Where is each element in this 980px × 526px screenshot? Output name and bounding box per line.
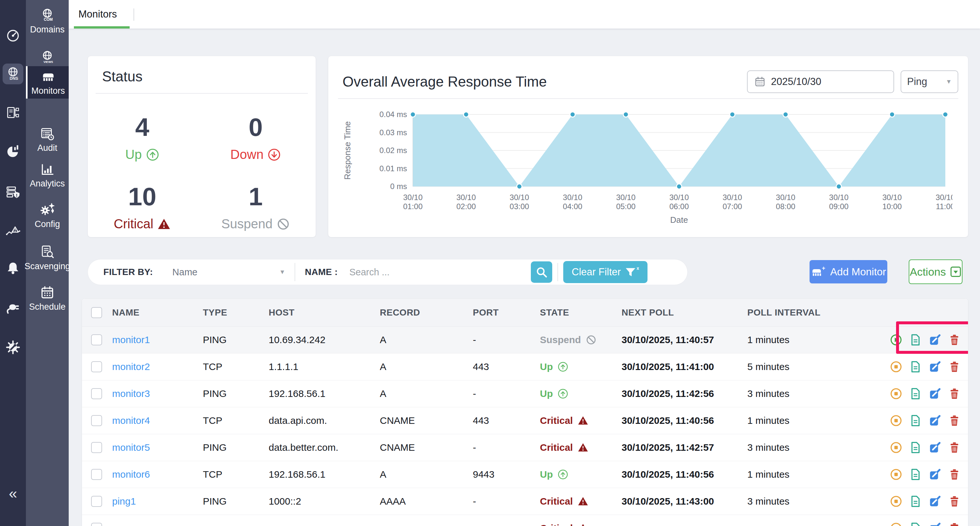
monitor-port: - [473, 496, 540, 507]
file-icon[interactable] [909, 360, 922, 373]
metric-value: 10 [128, 182, 156, 212]
edit-icon[interactable] [929, 468, 941, 481]
sidebar-item-schedule[interactable]: Schedule [26, 284, 69, 313]
pie-chart-icon[interactable] [5, 144, 21, 159]
audit-log-icon [40, 126, 55, 141]
trash-icon[interactable] [948, 522, 961, 526]
monitor-port: - [473, 334, 540, 345]
sidebar-item-scavenging[interactable]: Scavenging [26, 243, 69, 273]
play-icon[interactable] [890, 334, 902, 346]
file-icon[interactable] [909, 387, 922, 400]
trash-icon[interactable] [948, 360, 961, 373]
edit-icon[interactable] [929, 387, 941, 400]
file-icon[interactable] [909, 442, 922, 454]
row-checkbox[interactable] [91, 442, 102, 453]
tab-monitors[interactable]: Monitors [74, 0, 121, 29]
bell-icon[interactable] [5, 260, 21, 275]
trash-icon[interactable] [948, 468, 961, 481]
caret-down-icon: ▼ [946, 78, 952, 85]
sidebar-item-config[interactable]: Config [26, 201, 69, 231]
clear-filter-button[interactable]: Clear Filter x [563, 261, 648, 283]
row-checkbox[interactable] [91, 334, 102, 345]
monitor-name-link[interactable]: ping1 [112, 496, 203, 507]
row-checkbox[interactable] [91, 361, 102, 372]
date-picker[interactable] [747, 70, 894, 93]
file-icon[interactable] [909, 468, 922, 481]
doc-flow-icon[interactable] [5, 105, 21, 120]
row-actions [890, 468, 968, 481]
sidebar-item-domains[interactable]: COMDomains [26, 6, 69, 36]
date-input[interactable] [771, 76, 855, 88]
file-icon[interactable] [909, 522, 922, 526]
monitor-name-link[interactable]: monitor1 [112, 334, 203, 345]
row-checkbox[interactable] [91, 415, 102, 426]
row-checkbox[interactable] [91, 496, 102, 507]
edit-icon[interactable] [929, 522, 941, 526]
response-time-card: Overall Average Response Time Ping ▼ 0 m… [328, 56, 968, 237]
plug-icon[interactable] [5, 300, 21, 314]
monitor-record: CNAME [380, 415, 473, 426]
column-header-port: PORT [473, 308, 540, 318]
add-monitor-label: Add Monitor [830, 266, 886, 278]
file-icon[interactable] [909, 495, 922, 507]
monitor-name-link[interactable]: monitor3 [112, 388, 203, 399]
file-icon[interactable] [909, 414, 922, 427]
monitor-name-link[interactable]: monitor4 [112, 415, 203, 426]
globe-views-icon: VIEWS [40, 50, 55, 65]
monitor-host: 192.168.56.1 [269, 469, 380, 480]
sidebar-item-monitors[interactable]: Monitors [26, 66, 69, 99]
monitor-type-select[interactable]: Ping ▼ [900, 70, 958, 93]
select-all-checkbox[interactable] [91, 307, 102, 318]
gear-wrench-icon[interactable] [5, 340, 21, 355]
edit-icon[interactable] [929, 414, 941, 427]
row-checkbox[interactable] [91, 469, 102, 480]
edit-icon[interactable] [929, 360, 941, 373]
sidebar-item-label: Config [35, 219, 60, 229]
speedometer-icon[interactable] [5, 28, 21, 43]
warning-triangle-icon [578, 523, 589, 526]
search-button[interactable] [531, 261, 552, 283]
globe-dns-icon[interactable]: DNS [3, 64, 23, 84]
stop-icon[interactable] [890, 414, 902, 427]
stop-icon[interactable] [890, 387, 902, 400]
chart-title: Overall Average Response Time [342, 73, 547, 90]
monitor-name-link[interactable]: monitor5 [112, 442, 203, 453]
filter-by-dropdown[interactable]: Name [172, 267, 279, 277]
file-icon[interactable] [909, 334, 922, 346]
sidebar-item-audit[interactable]: Audit [26, 125, 69, 155]
actions-button[interactable]: Actions [909, 260, 963, 284]
table-row: monitor5PINGdata.better.com.CNAME-Critic… [82, 434, 968, 461]
trash-icon[interactable] [948, 414, 961, 427]
monitor-port: 443 [473, 415, 540, 426]
edit-icon[interactable] [929, 495, 941, 507]
stop-icon[interactable] [890, 442, 902, 454]
svg-text:11:00: 11:00 [936, 202, 953, 211]
monitor-name-link[interactable]: monitor2 [112, 361, 203, 372]
edit-icon[interactable] [929, 442, 941, 454]
filter-bar: FILTER BY: Name ▼ NAME : Clear Filter x [88, 259, 688, 285]
sidebar-item-analytics[interactable]: Analytics [26, 161, 69, 190]
collapse-sidebar-icon[interactable]: « [0, 486, 26, 501]
trash-icon[interactable] [948, 387, 961, 400]
status-metric-suspend: 1Suspend [207, 182, 304, 231]
stop-icon[interactable] [890, 495, 902, 507]
metric-label-text: Suspend [221, 217, 272, 231]
trash-icon[interactable] [948, 334, 961, 346]
warning-triangle-icon [578, 496, 589, 507]
svg-text:02:00: 02:00 [456, 202, 476, 211]
stop-icon[interactable] [890, 468, 902, 481]
server-shield-icon[interactable] [5, 185, 21, 199]
anomaly-graph-icon[interactable] [5, 224, 21, 239]
monitor-name-link[interactable]: monitor6 [112, 469, 203, 480]
add-monitor-button[interactable]: + Add Monitor [810, 260, 887, 284]
stop-icon[interactable] [890, 360, 902, 373]
table-row: monitor6TCP192.168.56.1A9443Up30/10/2025… [82, 461, 968, 488]
trash-icon[interactable] [948, 495, 961, 507]
edit-icon[interactable] [929, 334, 941, 346]
row-checkbox[interactable] [91, 523, 102, 526]
caret-down-icon[interactable]: ▼ [279, 268, 285, 276]
stop-icon[interactable] [890, 522, 902, 526]
search-input[interactable] [349, 267, 531, 277]
trash-icon[interactable] [948, 442, 961, 454]
row-checkbox[interactable] [91, 388, 102, 399]
